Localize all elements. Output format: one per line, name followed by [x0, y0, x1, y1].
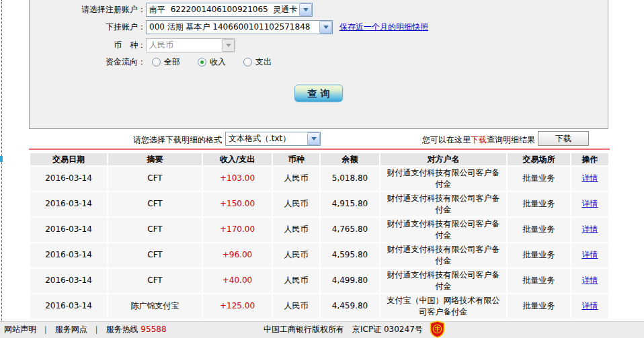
cell-venue: 批量业务 — [508, 167, 570, 191]
detail-link[interactable]: 详情 — [582, 199, 598, 208]
detail-link[interactable]: 详情 — [582, 301, 598, 310]
cell-summary: CFT — [108, 167, 202, 191]
hotline-number: 95588 — [140, 325, 166, 334]
currency-select-disabled: 人民币 — [146, 38, 235, 52]
cell-venue: 批量业务 — [508, 294, 570, 319]
footer-link-statement[interactable]: 网站声明 — [4, 325, 36, 334]
cell-balance: 4,595.80 — [321, 243, 379, 267]
footer-links: 网站声明｜服务网点｜服务热线 95588 — [4, 322, 167, 337]
radio-option-income[interactable]: 收入 — [198, 56, 226, 68]
chevron-down-icon[interactable] — [307, 132, 320, 145]
radio-label: 支出 — [255, 56, 272, 68]
cell-action: 详情 — [571, 243, 608, 267]
register-account-value: 南平 6222001406100921065 灵通卡 — [149, 4, 298, 15]
register-account-label: 请选择注册账户： — [30, 4, 146, 15]
fund-flow-label: 资金流向： — [30, 56, 146, 68]
icbc-security-seal-icon — [429, 321, 446, 338]
radio-option-expense[interactable]: 支出 — [243, 56, 272, 68]
footer-separator: ｜ — [42, 325, 50, 334]
cell-balance: 4,915.80 — [321, 192, 379, 216]
cell-counterparty: 支付宝（中国）网络技术有限公司客户备付金 — [380, 294, 506, 319]
chevron-down-glyph — [323, 26, 329, 29]
cell-balance: 5,018.80 — [321, 167, 379, 191]
cell-amount: +150.00 — [203, 192, 272, 216]
chevron-down-glyph — [226, 44, 231, 47]
cell-venue: 批量业务 — [508, 243, 570, 267]
cell-summary: CFT — [108, 269, 202, 293]
cell-action: 详情 — [571, 192, 608, 216]
cell-counterparty: 财付通支付科技有限公司客户备付金 — [380, 192, 506, 216]
currency-row: 币 种： 人民币 — [30, 38, 235, 52]
cell-currency: 人民币 — [273, 218, 319, 242]
cell-date: 2016-03-14 — [30, 269, 107, 293]
download-button[interactable]: 下载 — [538, 131, 589, 146]
transactions-table: 交易日期 摘要 收入/支出 币种 余额 对方户名 交易场所 操作 2016-03… — [29, 152, 610, 320]
chevron-down-icon[interactable] — [319, 21, 332, 34]
col-header-balance: 余额 — [321, 153, 379, 165]
cell-action: 详情 — [571, 167, 608, 191]
footer-separator: ｜ — [93, 325, 101, 334]
footer: 网站声明｜服务网点｜服务热线 95588 中国工商银行版权所有 京ICP证 03… — [0, 321, 644, 338]
table-header-row: 交易日期 摘要 收入/支出 币种 余额 对方户名 交易场所 操作 — [30, 153, 608, 165]
cell-venue: 批量业务 — [508, 192, 570, 216]
cell-summary: CFT — [108, 218, 202, 242]
detail-link[interactable]: 详情 — [582, 224, 598, 234]
chevron-down-glyph — [311, 137, 317, 140]
cell-amount: +96.00 — [203, 243, 272, 267]
currency-label: 币 种： — [30, 40, 146, 51]
section-divider — [29, 149, 610, 150]
radio-label: 全部 — [164, 56, 180, 68]
cell-summary: CFT — [108, 192, 202, 216]
table-row: 2016-03-14 CFT +170.00 人民币 4,765.80 财付通支… — [30, 218, 608, 242]
cell-balance: 4,499.80 — [321, 269, 379, 293]
query-button[interactable]: 查 询 — [294, 85, 343, 102]
snapshot-link[interactable]: 保存近一个月的明细快照 — [339, 22, 428, 33]
sub-account-value: 000 活期 基本户 1406600101102571848 — [149, 22, 318, 33]
fund-flow-row: 资金流向： 全部 收入 支出 — [30, 56, 289, 68]
cell-balance: 4,459.80 — [321, 294, 379, 319]
detail-link[interactable]: 详情 — [582, 173, 598, 183]
cell-action: 详情 — [571, 269, 608, 293]
table-row: 2016-03-14 CFT +103.00 人民币 5,018.80 财付通支… — [30, 167, 608, 191]
cell-date: 2016-03-14 — [30, 243, 107, 267]
cell-amount: +170.00 — [203, 218, 272, 242]
cell-counterparty: 财付通支付科技有限公司客户备付金 — [380, 167, 506, 191]
table-row: 2016-03-14 CFT +96.00 人民币 4,595.80 财付通支付… — [30, 243, 608, 267]
cell-counterparty: 财付通支付科技有限公司客户备付金 — [380, 269, 506, 293]
download-hint-suffix: 查询明细结果 — [487, 135, 535, 144]
register-account-select[interactable]: 南平 6222001406100921065 灵通卡 — [146, 3, 313, 17]
cell-date: 2016-03-14 — [30, 167, 107, 191]
col-header-currency: 币种 — [273, 153, 319, 165]
cell-currency: 人民币 — [273, 167, 319, 191]
footer-link-branches[interactable]: 服务网点 — [55, 325, 87, 334]
sub-account-label: 下挂账户： — [30, 22, 146, 33]
cell-amount: +125.00 — [203, 294, 272, 319]
radio-icon[interactable] — [198, 58, 206, 67]
sub-account-row: 下挂账户： 000 活期 基本户 1406600101102571848 保存近… — [30, 20, 428, 34]
left-edge-artifact — [0, 156, 3, 162]
detail-link[interactable]: 详情 — [582, 276, 598, 285]
sub-account-select[interactable]: 000 活期 基本户 1406600101102571848 — [146, 20, 333, 34]
cell-amount: +103.00 — [203, 167, 272, 191]
cell-summary: CFT — [108, 243, 202, 267]
download-format-label: 请您选择下载明细的格式 — [133, 134, 222, 146]
cell-amount: +40.00 — [203, 269, 272, 293]
radio-option-all[interactable]: 全部 — [152, 56, 180, 68]
radio-icon[interactable] — [243, 58, 252, 67]
cell-venue: 批量业务 — [508, 269, 570, 293]
detail-link[interactable]: 详情 — [582, 250, 598, 259]
radio-icon[interactable] — [152, 58, 161, 67]
chevron-down-icon — [222, 39, 235, 52]
col-header-venue: 交易场所 — [508, 153, 570, 165]
table-row: 2016-03-14 陈广锦支付宝 +125.00 人民币 4,459.80 支… — [30, 294, 608, 319]
cell-date: 2016-03-14 — [30, 218, 107, 242]
download-format-value: 文本格式（.txt） — [229, 133, 306, 144]
cell-date: 2016-03-14 — [30, 192, 107, 216]
table-row: 2016-03-14 CFT +150.00 人民币 4,915.80 财付通支… — [30, 192, 608, 216]
hotline-label: 服务热线 — [106, 325, 138, 334]
download-format-select[interactable]: 文本格式（.txt） — [225, 132, 321, 146]
col-header-action: 操作 — [571, 153, 608, 165]
fund-flow-radio-group: 全部 收入 支出 — [152, 56, 289, 68]
cell-action: 详情 — [571, 294, 608, 319]
chevron-down-icon[interactable] — [299, 3, 312, 16]
